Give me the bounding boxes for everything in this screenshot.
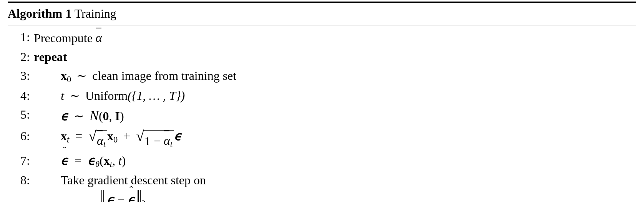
sub-t: t — [103, 139, 106, 149]
minus: − — [115, 193, 128, 202]
line-statement: x0 ∼ clean image from training set — [34, 66, 636, 86]
algo-line: 5: ϵ ∼ N(0, I) — [8, 105, 636, 127]
sub-zero: 0 — [113, 134, 118, 144]
var-x: x — [104, 154, 110, 167]
close-paren: ) — [122, 154, 126, 167]
uniform-label: Uniform — [85, 89, 128, 103]
keyword-repeat: repeat — [34, 48, 636, 67]
comma: , — [109, 109, 115, 123]
var-eps: ϵ — [174, 129, 182, 143]
eq: = — [72, 129, 85, 143]
sqrt-icon: √ αt — [88, 130, 107, 151]
var-eps: ϵ — [61, 109, 68, 123]
plus: + — [121, 129, 133, 143]
algorithm-title: Training — [75, 7, 116, 20]
text: clean image from training set — [92, 69, 236, 83]
uniform-set: ({1, … , T}) — [128, 89, 185, 103]
alpha-bar: α — [97, 134, 103, 147]
line-number: 6: — [8, 127, 34, 146]
algo-line: 7: ˆϵ = ϵθ(xt, t) — [8, 151, 636, 171]
eps-theta: ϵ — [88, 154, 95, 167]
line-number: 3: — [8, 66, 34, 86]
sub-zero: 0 — [67, 75, 71, 84]
eq: = — [71, 154, 85, 167]
var-x: x — [61, 129, 67, 143]
sqrt-icon: √ 1 − αt — [136, 130, 174, 151]
algo-line: 1: Precompute α — [8, 28, 636, 48]
eps-hat: ˆϵ — [128, 190, 135, 202]
algo-line: 2: repeat — [8, 48, 636, 67]
sub-t: t — [170, 139, 173, 149]
line-statement: Take gradient descent step on — [34, 171, 636, 190]
algorithm-block: Algorithm 1 Training 1: Precompute α 2: … — [0, 0, 644, 202]
line-statement: Precompute α — [34, 28, 636, 48]
line-statement: ϵ ∼ N(0, I) — [34, 105, 636, 127]
one-minus: 1 − — [144, 134, 164, 147]
algorithm-body: 1: Precompute α 2: repeat 3: x0 ∼ clean … — [8, 25, 636, 202]
sim: ∼ — [71, 109, 86, 123]
line-statement: ˆϵ = ϵθ(xt, t) — [34, 151, 636, 171]
var-eps: ϵ — [107, 193, 115, 202]
sub-theta: θ — [95, 159, 100, 169]
norm: ϵ − ˆϵ — [101, 190, 141, 202]
line-number: 4: — [8, 86, 34, 106]
nabla: ∇ — [80, 200, 88, 202]
algo-line: 4: t ∼ Uniform({1, … , T}) — [8, 86, 636, 106]
normal-dist-icon: N — [90, 108, 99, 123]
var-x: x — [61, 69, 67, 83]
vec-zero: 0 — [103, 109, 109, 123]
line-statement: t ∼ Uniform({1, … , T}) — [34, 86, 636, 106]
sim: ∼ — [67, 89, 82, 103]
algo-line-continuation: ∇θ ϵ − ˆϵ 2 — [8, 190, 636, 202]
line-number: 2: — [8, 48, 34, 67]
text: Take gradient descent step on — [61, 173, 206, 187]
open-paren: ( — [100, 154, 104, 167]
line-statement: xt = √ αt x0 + √ 1 − αt ϵ — [34, 127, 636, 151]
var-x: x — [107, 129, 113, 143]
mat-identity: I — [115, 109, 120, 123]
line-statement: ∇θ ϵ − ˆϵ 2 — [34, 190, 636, 202]
algo-line: 6: xt = √ αt x0 + √ 1 − αt ϵ — [8, 127, 636, 151]
sim: ∼ — [74, 69, 89, 83]
algorithm-number: Algorithm 1 — [8, 7, 71, 20]
eps-hat: ˆϵ — [61, 151, 68, 171]
line-number: 8: — [8, 171, 34, 190]
line-number: 7: — [8, 151, 34, 171]
open-paren: ( — [99, 109, 103, 123]
text: Precompute — [34, 31, 96, 45]
comma-t: , t — [112, 154, 122, 167]
line-number: 1: — [8, 28, 34, 47]
alpha-bar: α — [96, 31, 102, 45]
algo-line: 8: Take gradient descent step on — [8, 171, 636, 190]
sub-t: t — [67, 134, 69, 144]
algorithm-header: Algorithm 1 Training — [8, 2, 636, 25]
algo-line: 3: x0 ∼ clean image from training set — [8, 66, 636, 86]
alpha-bar: α — [164, 134, 170, 147]
sup-2: 2 — [141, 199, 146, 202]
close-paren: ) — [120, 109, 124, 123]
line-number: 5: — [8, 105, 34, 124]
var-t: t — [61, 89, 64, 103]
